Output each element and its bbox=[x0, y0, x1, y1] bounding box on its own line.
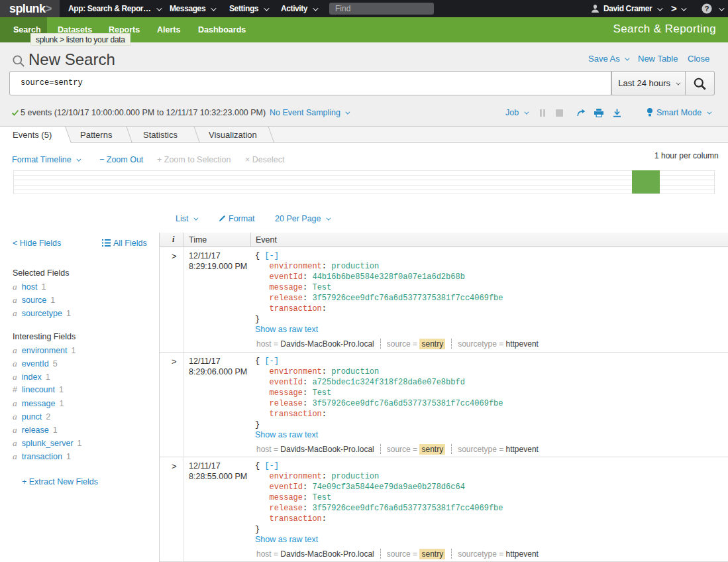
svg-text:?: ? bbox=[704, 5, 709, 13]
